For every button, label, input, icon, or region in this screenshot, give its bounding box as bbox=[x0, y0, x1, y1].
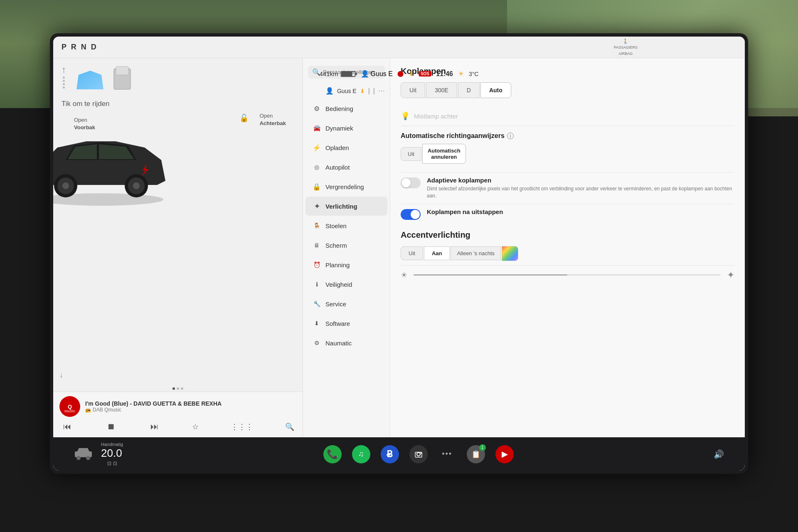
sidebar-item-veiligheid[interactable]: ℹ Veiligheid bbox=[305, 275, 387, 294]
color-picker-button[interactable] bbox=[502, 246, 518, 261]
next-button[interactable]: ⏭ bbox=[149, 420, 160, 433]
koplampen-300e-btn[interactable]: 300E bbox=[426, 82, 457, 98]
more-options-btn[interactable]: ••• bbox=[438, 445, 456, 463]
screen-inner: P R N D 441km 👤 Guus E ⬇ SOS 11:46 ☀ 3°C bbox=[53, 37, 745, 470]
dynamiek-label: Dynamiek bbox=[325, 125, 353, 132]
arrow-up[interactable]: ↑ bbox=[62, 64, 66, 75]
search-music-button[interactable]: 🔍 bbox=[285, 422, 294, 431]
brightness-low-icon: ☀ bbox=[401, 271, 407, 280]
richting-uit-btn[interactable]: Uit bbox=[401, 147, 421, 161]
notification-btn[interactable]: 📋 1 bbox=[467, 445, 485, 463]
temp-control: Handmatig 20.0 ⊡ ⊡ bbox=[101, 442, 123, 466]
download-icon: ⬇ bbox=[409, 70, 414, 78]
brightness-slider-fill bbox=[414, 274, 567, 276]
sidebar-item-verlichting[interactable]: ✦ Verlichting bbox=[305, 197, 387, 216]
sidebar-item-opladen[interactable]: ⚡ Opladen bbox=[305, 138, 387, 157]
page-dots bbox=[53, 386, 303, 392]
qmusic-logo: Q music bbox=[59, 396, 80, 417]
toggle-adaptief-switch[interactable] bbox=[401, 177, 421, 188]
taskbar: Handmatig 20.0 ⊡ ⊡ 📞 ♫ bbox=[53, 437, 745, 470]
radio-icon: 📻 bbox=[85, 407, 91, 413]
screen-bezel: P R N D 441km 👤 Guus E ⬇ SOS 11:46 ☀ 3°C bbox=[50, 33, 748, 474]
music-title: I'm Good (Blue) - DAVID GUETTA & BEBE RE… bbox=[85, 400, 296, 407]
sidebar-item-service[interactable]: 🔧 Service bbox=[305, 294, 387, 313]
seat-heat-icon: ⊡ bbox=[107, 461, 111, 466]
car-body-icon[interactable] bbox=[112, 64, 133, 91]
spotify-symbol: ♫ bbox=[358, 450, 364, 458]
stop-button[interactable]: ⏹ bbox=[105, 420, 117, 433]
sidebar-item-stoelen[interactable]: 🪑 Stoelen bbox=[305, 216, 387, 235]
car-taskbar-icon[interactable] bbox=[74, 446, 93, 463]
volume-icon[interactable]: 🔊 bbox=[714, 449, 724, 459]
autopilot-icon: ◎ bbox=[312, 163, 321, 172]
verlichting-icon: ✦ bbox=[312, 202, 321, 211]
bediening-icon: ⚙ bbox=[312, 104, 321, 113]
arrow-down[interactable]: ↓ bbox=[59, 371, 63, 379]
lock-icon[interactable]: 🔓 bbox=[239, 113, 249, 123]
software-icon: ⬇ bbox=[312, 319, 321, 328]
achterbak-text: Achterbak bbox=[259, 120, 286, 127]
phone-icon-btn[interactable]: 📞 bbox=[323, 445, 342, 463]
foglight-label: Mistlamp achter bbox=[414, 113, 458, 120]
dot4 bbox=[63, 86, 65, 89]
car-panel: ↑ bbox=[53, 58, 303, 437]
sidebar-item-bediening[interactable]: ⚙ Bediening bbox=[305, 99, 387, 118]
sidebar-item-software[interactable]: ⬇ Software bbox=[305, 314, 387, 333]
music-info: Q music I'm Good (Blue) - DAVID GUETTA &… bbox=[59, 396, 296, 417]
qmusic-sub: music bbox=[64, 409, 75, 413]
toggle-na-uitstappen-switch[interactable] bbox=[401, 209, 421, 220]
equalizer-button[interactable]: ⋮⋮⋮ bbox=[231, 422, 253, 431]
dot3 bbox=[63, 83, 65, 85]
camera-icon-btn[interactable] bbox=[409, 445, 428, 463]
rec-indicator bbox=[398, 71, 404, 77]
menu-download-icon: ⬇ bbox=[360, 88, 365, 94]
sidebar-item-vergrendeling[interactable]: 🔒 Vergrendeling bbox=[305, 177, 387, 196]
temp-display: 3°C bbox=[469, 71, 479, 77]
adaptief-title: Adaptieve koplampen bbox=[427, 177, 734, 184]
richting-auto-btn[interactable]: Automatischannuleren bbox=[422, 144, 466, 164]
stoelen-label: Stoelen bbox=[325, 222, 347, 229]
notification-symbol: 📋 bbox=[471, 450, 480, 459]
youtube-symbol: ▶ bbox=[502, 450, 507, 459]
bluetooth-icon-btn[interactable]: Ƀ bbox=[381, 445, 399, 463]
stoelen-icon: 🪑 bbox=[312, 221, 321, 230]
user-name-top: Guus E bbox=[371, 70, 393, 78]
sidebar-item-dynamiek[interactable]: 🚘 Dynamiek bbox=[305, 118, 387, 138]
opladen-icon: ⚡ bbox=[312, 143, 321, 152]
koplampen-auto-btn[interactable]: Auto bbox=[480, 82, 511, 98]
tik-label: Tik om te rijden bbox=[53, 98, 303, 110]
sos-badge: SOS bbox=[419, 71, 431, 76]
user-info-top: 👤 Guus E bbox=[361, 70, 393, 78]
accent-aan-btn[interactable]: Aan bbox=[424, 246, 450, 260]
airbag-icon: 🚶 bbox=[623, 39, 628, 44]
menu-dots2: | bbox=[373, 87, 375, 95]
accent-uit-btn[interactable]: Uit bbox=[401, 246, 423, 260]
koplampen-uit-btn[interactable]: Uit bbox=[401, 82, 425, 98]
prev-button[interactable]: ⏮ bbox=[62, 420, 73, 433]
menu-expand[interactable]: ⋯ bbox=[378, 87, 385, 95]
koplampen-d-btn[interactable]: D bbox=[458, 82, 480, 98]
car-svg-icon bbox=[74, 446, 93, 460]
sidebar-item-scherm[interactable]: 🖥 Scherm bbox=[305, 236, 387, 255]
accent-nachts-btn[interactable]: Alleen 's nachts bbox=[451, 246, 501, 260]
open-achterbak-label[interactable]: Open Achterbak bbox=[259, 112, 286, 127]
toggle-na-uitstappen-label: Koplampen na uitstappen bbox=[427, 208, 734, 217]
sidebar-item-autopilot[interactable]: ◎ Autopilot bbox=[305, 158, 387, 177]
toggle-adaptief-label: Adaptieve koplampen Dimt selectief afzon… bbox=[427, 177, 734, 200]
sidebar-item-naumatic[interactable]: ⚙ Naumatic bbox=[305, 333, 387, 352]
spotify-icon-btn[interactable]: ♫ bbox=[352, 445, 370, 463]
youtube-icon-btn[interactable]: ▶ bbox=[495, 445, 514, 463]
sidebar-item-planning[interactable]: ⏰ Planning bbox=[305, 255, 387, 274]
favorite-button[interactable]: ☆ bbox=[192, 422, 199, 431]
brightness-row: ☀ ✦ bbox=[401, 265, 734, 285]
music-player: Q music I'm Good (Blue) - DAVID GUETTA &… bbox=[53, 392, 303, 437]
svg-point-13 bbox=[417, 453, 420, 456]
service-icon: 🔧 bbox=[312, 299, 321, 308]
temp-value-row: 20.0 bbox=[101, 447, 123, 460]
section-richting: Automatische richtingaanwijzers i Uit Au… bbox=[401, 132, 734, 164]
wiper-icon[interactable] bbox=[74, 69, 106, 91]
richting-info-icon[interactable]: i bbox=[507, 133, 514, 139]
richting-title-text: Automatische richtingaanwijzers bbox=[401, 132, 505, 140]
foglight-row: 💡 Mistlamp achter bbox=[401, 106, 734, 126]
car-top-icons bbox=[74, 64, 133, 91]
